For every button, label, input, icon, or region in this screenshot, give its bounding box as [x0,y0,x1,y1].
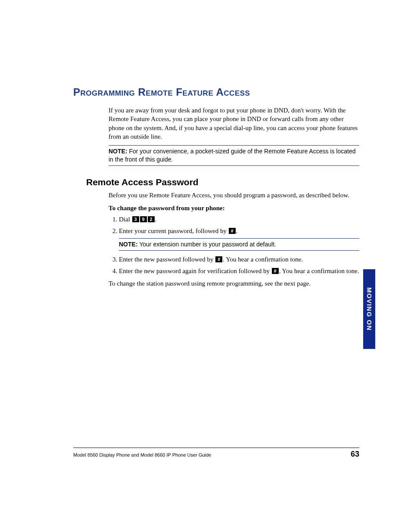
footer-doc-title: Model 8560 Display Phone and Model 8660 … [73,452,211,457]
note-label: NOTE: [109,148,128,155]
side-tab: MOVING ON [363,269,375,349]
note-label: NOTE: [119,241,138,248]
key-hash-icon: # [272,268,279,274]
key-hash-icon: # [229,228,236,234]
subsection-heading: Remote Access Password [86,177,359,187]
note-text: Your extension number is your password a… [138,241,276,248]
step-1: Dial 392. [119,215,359,224]
key-3-icon: 3 [132,216,139,222]
instruction-list: Dial 392. Enter your current password, f… [109,215,359,276]
note-text: For your convenience, a pocket-sized gui… [109,148,356,163]
page-footer: Model 8560 Display Phone and Model 8660 … [73,448,359,459]
step-3: Enter the new password followed by #. Yo… [119,255,359,264]
step-2: Enter your current password, followed by… [119,227,359,251]
note-box: NOTE: Your extension number is your pass… [119,238,359,251]
key-hash-icon: # [215,256,222,262]
key-2-icon: 2 [148,216,155,222]
intro-paragraph: If you are away from your desk and forgo… [109,106,359,141]
subsection-intro: Before you use Remote Feature Access, yo… [109,191,359,199]
section-heading: Programming Remote Feature Access [73,86,359,98]
step-4: Enter the new password again for verific… [119,267,359,276]
note-box: NOTE: For your convenience, a pocket-siz… [109,145,359,166]
instruction-heading: To change the password from your phone: [109,204,359,212]
page-number: 63 [351,450,359,459]
key-9-icon: 9 [140,216,147,222]
closing-paragraph: To change the station password using rem… [109,279,359,288]
